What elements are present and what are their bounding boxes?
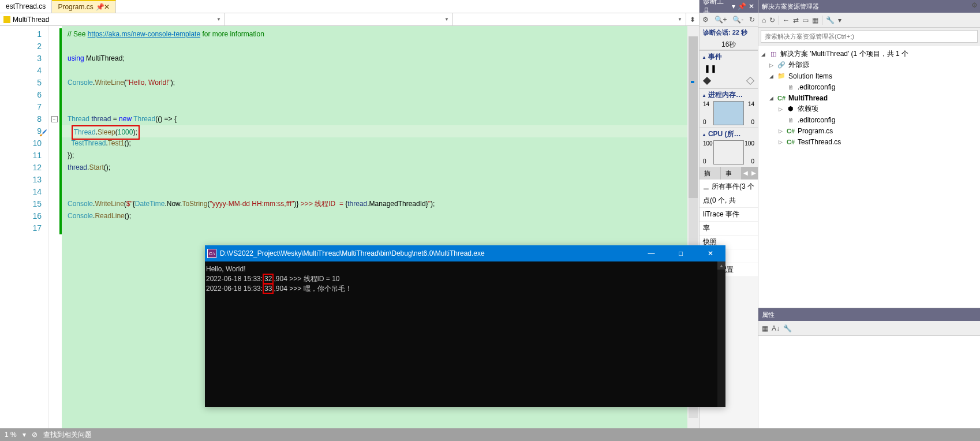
pin-icon[interactable]: 📌: [738, 2, 746, 10]
dependencies[interactable]: ⬢ 依赖项: [760, 103, 979, 114]
editorconfig-file[interactable]: 🗎 .editorconfig: [760, 81, 979, 92]
chart-label: 0: [703, 158, 706, 165]
diagnostics-toolbar: ⚙ 🔍+ 🔍- ↻: [700, 13, 758, 27]
session-label: 诊断会话: 22 秒: [700, 27, 758, 39]
arrow-icon[interactable]: [768, 95, 775, 101]
project-multithread[interactable]: C# MultiThread: [760, 92, 979, 103]
console-line: ,904 >>> 嘿，你个吊毛！: [274, 285, 351, 293]
tab-events[interactable]: 事件: [721, 167, 742, 180]
solution-icon: ◫: [769, 50, 778, 58]
search-input[interactable]: [761, 30, 978, 43]
zoom-in-icon[interactable]: 🔍+: [715, 16, 727, 24]
arrow-icon[interactable]: [768, 73, 775, 79]
wrench-icon[interactable]: 🔧: [826, 16, 835, 24]
memory-section[interactable]: 进程内存…: [702, 90, 755, 100]
filter-icon: ⚊: [703, 183, 709, 191]
csharp-file-icon: C#: [786, 139, 795, 145]
project-icon: [3, 16, 10, 23]
show-all-icon[interactable]: ▦: [812, 16, 818, 24]
memory-chart: 14 14 0 0: [702, 101, 755, 125]
template-link[interactable]: https://aka.ms/new-console-template: [88, 30, 200, 38]
string-literal: >>> 线程ID =: [299, 200, 346, 208]
console-line: Hello, World!: [206, 265, 245, 273]
chart-label: 100: [703, 140, 713, 147]
sort-icon[interactable]: A↓: [772, 324, 780, 332]
error-text[interactable]: 查找到相关问题: [43, 430, 92, 440]
wrench-icon[interactable]: 🔧: [783, 324, 792, 332]
categorize-icon[interactable]: ▦: [762, 324, 768, 332]
diagnostics-header: 诊断工具 ▾ 📌 ✕: [700, 0, 758, 13]
zoom-level[interactable]: 1 %: [5, 431, 17, 439]
solution-toolbar: ⌂ ↻ ← ⇄ ▭ ▦ 🔧 ▾: [758, 13, 980, 28]
node-label: .editorconfig: [798, 83, 835, 91]
external-sources[interactable]: 🔗 外部源: [760, 59, 979, 70]
refresh-icon[interactable]: ↻: [749, 16, 755, 24]
list-item[interactable]: 点(0 个, 共: [700, 194, 758, 208]
nav-member-dropdown[interactable]: ▼: [453, 13, 686, 25]
arrow-icon[interactable]: [760, 51, 766, 57]
events-section[interactable]: 事件: [702, 52, 755, 62]
arrow-icon[interactable]: [777, 139, 784, 145]
program-cs-file[interactable]: C# Program.cs: [760, 125, 979, 136]
tab-label: estThread.cs: [6, 2, 46, 10]
csharp-project-icon: C#: [777, 95, 786, 102]
prev-icon[interactable]: ◀: [742, 167, 750, 180]
refresh-icon[interactable]: ↻: [769, 16, 775, 24]
split-icon[interactable]: ⬍: [686, 13, 699, 25]
nav-scope-dropdown[interactable]: ▼: [225, 13, 453, 25]
solution-items-folder[interactable]: 📁 Solution Items: [760, 70, 979, 81]
pin-icon[interactable]: 📌: [96, 3, 102, 11]
arrow-icon[interactable]: [777, 106, 784, 112]
chart-label: 0: [703, 119, 706, 125]
filter-label: 所有事件(3 个: [712, 182, 754, 192]
solution-explorer-header: 解决方案资源管理器: [758, 0, 980, 13]
zoom-out-icon[interactable]: 🔍-: [732, 16, 743, 24]
home-icon[interactable]: ⌂: [762, 16, 766, 24]
list-item[interactable]: liTrace 事件: [700, 208, 758, 222]
node-label: 解决方案 'MultiThread' (1 个项目，共 1 个: [780, 49, 908, 59]
line-number-gutter: 1234 5678 9🖌️ 10111213 14151617: [0, 26, 49, 428]
tab-testthread[interactable]: estThread.cs: [0, 0, 52, 13]
tab-row: estThread.cs Program.cs 📌 ✕ ⚙: [0, 0, 699, 13]
tab-program[interactable]: Program.cs 📌 ✕: [52, 0, 115, 13]
diag-filter[interactable]: ⚊ 所有事件(3 个: [700, 180, 758, 194]
close-icon[interactable]: ✕: [749, 2, 754, 10]
nav-project-dropdown[interactable]: MultiThread ▼: [0, 13, 225, 25]
timeline-graph[interactable]: 16秒: [700, 39, 758, 50]
console-scrollbar[interactable]: ▲: [717, 261, 725, 407]
sync-icon[interactable]: ⇄: [793, 16, 799, 24]
minimize-button[interactable]: —: [638, 245, 664, 261]
node-label: 外部源: [788, 60, 809, 70]
tab-summary[interactable]: 摘要: [700, 167, 721, 180]
fold-toggle[interactable]: −: [51, 116, 58, 122]
arrow-icon[interactable]: [768, 62, 775, 68]
close-button[interactable]: ✕: [697, 245, 723, 261]
console-output[interactable]: Hello, World! 2022-06-18 15:33:32,904 >>…: [205, 261, 725, 407]
console-line: 2022-06-18 15:33:: [206, 275, 263, 283]
console-titlebar[interactable]: C:\ D:\VS2022_Project\Wesky\MultiThread\…: [205, 245, 725, 261]
cpu-chart: 100 100 0 0: [702, 140, 755, 165]
arrow-icon[interactable]: [777, 128, 784, 134]
console-icon: C:\: [207, 249, 216, 258]
gear-icon[interactable]: ⚙: [702, 16, 709, 24]
console-line: ,904 >>> 线程ID = 10: [274, 275, 339, 283]
chevron-down-icon[interactable]: ▾: [23, 431, 26, 439]
error-icon: ⊘: [32, 431, 38, 439]
editorconfig-file[interactable]: 🗎 .editorconfig: [760, 114, 979, 125]
chevron-down-icon[interactable]: ▾: [732, 2, 735, 10]
chart-label: 0: [751, 119, 754, 125]
next-icon[interactable]: ▶: [750, 167, 758, 180]
chevron-down-icon[interactable]: ▾: [838, 16, 841, 24]
solution-search[interactable]: [761, 30, 978, 44]
gear-icon[interactable]: ⚙: [971, 1, 978, 9]
diamond-outline-icon: [746, 77, 754, 85]
list-item[interactable]: 率: [700, 222, 758, 236]
nav-bar: MultiThread ▼ ▼ ▼ ⬍: [0, 13, 699, 26]
maximize-button[interactable]: □: [668, 245, 694, 261]
close-icon[interactable]: ✕: [104, 3, 110, 11]
solution-root[interactable]: ◫ 解决方案 'MultiThread' (1 个项目，共 1 个: [760, 48, 979, 59]
cpu-section[interactable]: CPU (所…: [702, 129, 755, 139]
back-icon[interactable]: ←: [783, 16, 790, 24]
collapse-icon[interactable]: ▭: [802, 16, 809, 24]
testthread-cs-file[interactable]: C# TestThread.cs: [760, 136, 979, 147]
